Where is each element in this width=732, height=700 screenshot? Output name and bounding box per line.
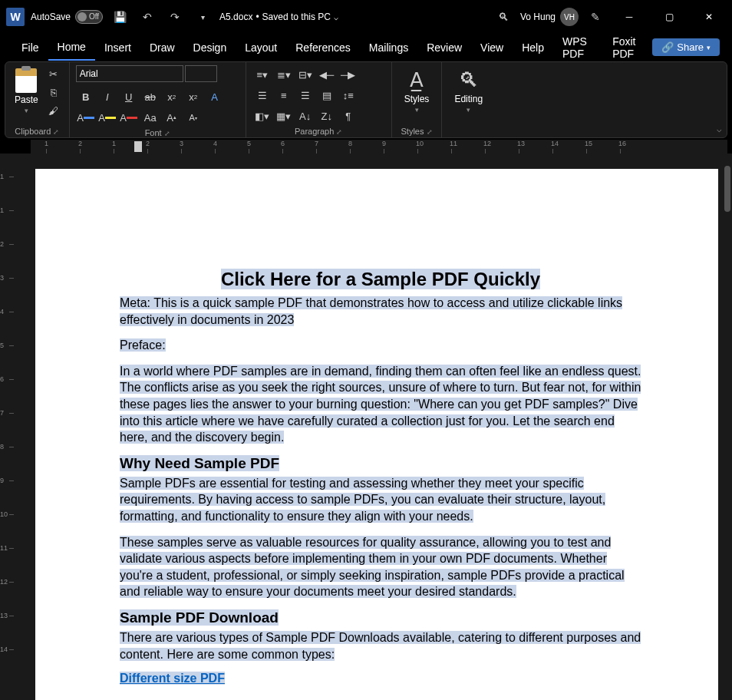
copy-icon[interactable]: ⎘ [45,84,63,101]
grow-font-button[interactable]: A▴ [162,108,182,127]
multilevel-list-button[interactable]: ⊟▾ [295,65,315,84]
doc-why-p2: These samples serve as valuable resource… [120,534,641,600]
italic-button[interactable]: I [97,88,117,106]
styles-dialog-launcher[interactable]: ⤢ [427,128,433,136]
tab-help[interactable]: Help [513,35,553,60]
tab-view[interactable]: View [471,35,513,60]
align-left-button[interactable]: ☰ [252,86,272,104]
document-area: 11234567891011121314 Click Here for a Sa… [0,154,732,700]
font-color-red-button[interactable]: A [119,108,139,127]
font-size-select[interactable] [185,65,217,82]
ribbon-tabs: File Home Insert Draw Design Layout Refe… [0,34,732,61]
tab-home[interactable]: Home [48,35,95,61]
qat-customize-icon[interactable]: ▾ [192,6,213,28]
font-name-select[interactable] [76,65,183,82]
tab-foxit-pdf[interactable]: Foxit PDF [603,29,652,66]
word-app-icon: W [6,8,25,26]
highlight-button[interactable]: A [97,108,117,127]
align-center-button[interactable]: ≡ [274,86,294,104]
doc-link-different-size[interactable]: Different size PDF [120,672,641,685]
styles-button[interactable]: A̲ Styles ▾ [398,65,436,117]
doc-title: Click Here for a Sample PDF Quickly [120,269,641,290]
line-spacing-button[interactable]: ↕≡ [338,86,358,104]
tab-draw[interactable]: Draw [140,35,184,60]
tab-design[interactable]: Design [184,35,236,60]
group-editing: 🔍︎ Editing ▾ [442,62,495,137]
tab-file[interactable]: File [12,35,48,60]
styles-icon: A̲ [410,68,424,92]
paragraph-dialog-launcher[interactable]: ⤢ [336,128,342,136]
align-right-button[interactable]: ☰ [295,86,315,104]
group-styles: A̲ Styles ▾ Styles ⤢ [392,62,443,137]
search-icon[interactable]: 🔍︎ [493,6,514,28]
share-icon: 🔗 [661,41,674,53]
borders-button[interactable]: ▦▾ [274,107,294,125]
autosave-toggle[interactable]: AutoSave Off [31,10,103,24]
scrollbar-vertical[interactable] [721,154,732,700]
sort-desc-button[interactable]: Z↓ [317,107,337,125]
cut-icon[interactable]: ✂ [45,65,63,82]
group-font: B I U ab x2 x2 A A A A Aa A▴ A▾ Font ⤢ [70,62,246,137]
strikethrough-button[interactable]: ab [140,88,160,106]
tab-layout[interactable]: Layout [236,35,286,60]
doc-preface-label: Preface: [120,337,641,354]
show-marks-button[interactable]: ¶ [338,107,358,125]
increase-indent-button[interactable]: ─▶ [338,65,358,84]
justify-button[interactable]: ▤ [317,86,337,104]
share-button[interactable]: 🔗 Share ▾ [652,38,720,56]
format-painter-icon[interactable]: 🖌 [45,102,63,119]
doc-why-p1: Sample PDFs are essential for testing an… [120,475,641,525]
superscript-button[interactable]: x2 [183,88,203,106]
tab-mailings[interactable]: Mailings [360,35,417,60]
paste-icon [15,68,37,93]
subscript-button[interactable]: x2 [162,88,182,106]
page[interactable]: Click Here for a Sample PDF Quickly Meta… [35,169,718,700]
shading-button[interactable]: ◧▾ [252,107,272,125]
shrink-font-button[interactable]: A▾ [183,108,203,127]
doc-h2-why: Why Need Sample PDF [120,455,641,472]
undo-icon[interactable]: ↶ [137,6,158,28]
doc-h2-download: Sample PDF Download [120,609,641,626]
decrease-indent-button[interactable]: ◀─ [317,65,337,84]
redo-icon[interactable]: ↷ [164,6,186,28]
underline-button[interactable]: U [119,88,139,106]
toggle-switch[interactable]: Off [75,10,103,24]
document-title[interactable]: A5.docx • Saved to this PC ⌵ [219,12,338,22]
collapse-ribbon-icon[interactable]: ⌵ [717,124,722,134]
minimize-button[interactable]: ─ [612,5,646,29]
doc-preface-body: In a world where PDF samples are in dema… [120,363,641,446]
scrollbar-thumb[interactable] [724,166,730,212]
editing-icon: 🔍︎ [459,68,479,92]
editing-button[interactable]: 🔍︎ Editing ▾ [448,65,489,117]
autosave-label: AutoSave [31,12,71,22]
close-button[interactable]: ✕ [692,5,726,29]
maximize-button[interactable]: ▢ [652,5,686,29]
font-color-button[interactable]: A [76,108,96,127]
font-dialog-launcher[interactable]: ⤢ [164,130,170,137]
numbering-button[interactable]: ≣▾ [274,65,294,84]
change-case-button[interactable]: Aa [140,108,160,127]
tab-review[interactable]: Review [417,35,471,60]
avatar: VH [560,8,579,26]
ruler-horizontal[interactable]: 1212345678910111213141516 [31,140,727,155]
user-account[interactable]: Vo Hung VH [520,8,579,26]
paste-button[interactable]: Paste ▾ [12,65,41,117]
bold-button[interactable]: B [76,88,96,106]
text-effects-button[interactable]: A [205,88,225,106]
page-scroll[interactable]: Click Here for a Sample PDF Quickly Meta… [20,154,732,700]
tab-references[interactable]: References [286,35,360,60]
tab-insert[interactable]: Insert [95,35,140,60]
pen-icon[interactable]: ✎ [585,6,606,28]
clipboard-dialog-launcher[interactable]: ⤢ [53,128,59,136]
ribbon: Paste ▾ ✂ ⎘ 🖌 Clipboard ⤢ B I U ab x2 [5,61,727,138]
bullets-button[interactable]: ≡▾ [252,65,272,84]
save-icon[interactable]: 💾 [109,6,130,28]
doc-download-p: There are various types of Sample PDF Do… [120,629,641,662]
sort-button[interactable]: A↓ [295,107,315,125]
ruler-vertical[interactable]: 11234567891011121314 [0,154,20,700]
doc-meta: Meta: This is a quick sample PDF that de… [120,295,641,328]
tab-wps-pdf[interactable]: WPS PDF [553,29,603,66]
group-clipboard: Paste ▾ ✂ ⎘ 🖌 Clipboard ⤢ [5,62,70,137]
group-paragraph: ≡▾ ≣▾ ⊟▾ ◀─ ─▶ ☰ ≡ ☰ ▤ ↕≡ ◧▾ ▦▾ A↓ Z↓ ¶ … [246,62,392,137]
